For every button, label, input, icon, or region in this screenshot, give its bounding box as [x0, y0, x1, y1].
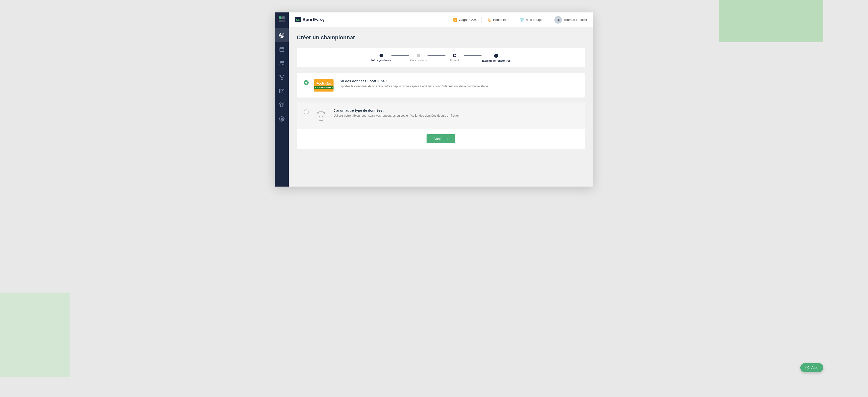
step-infos-generales: Infos générales — [371, 54, 392, 62]
option2-row[interactable]: J'ai un autre type de données : Utilisez… — [297, 102, 585, 129]
option1-content: J'ai des données FootClubs : Exportez le… — [339, 79, 489, 89]
logo-s: S — [296, 18, 298, 22]
svg-rect-7 — [280, 48, 284, 52]
teams-nav-item[interactable]: 👕 Mes équipes — [519, 18, 544, 22]
continue-button[interactable]: Continuer — [427, 134, 456, 143]
trophy-icon — [279, 74, 284, 80]
connector-2 — [428, 56, 446, 56]
sidebar-item-settings[interactable] — [275, 112, 289, 126]
svg-point-12 — [282, 61, 284, 63]
step-dot-infos — [379, 54, 383, 57]
svg-rect-3 — [282, 20, 285, 22]
deco-green-bottom — [0, 293, 70, 377]
step-dot-format — [453, 54, 456, 57]
earn-label: Gagnez 20€ — [459, 18, 476, 22]
footclubs-sub: Mon espace club.FR › — [314, 86, 334, 89]
svg-rect-0 — [279, 17, 282, 19]
help-icon — [805, 366, 809, 370]
logo-se: SE — [295, 17, 301, 22]
user-nav-item[interactable]: TL Thomas Léculier — [554, 16, 587, 24]
sidebar-item-shirt[interactable] — [275, 98, 289, 112]
coin-icon: € — [453, 18, 457, 22]
topbar-right: € Gagnez 20€ 🏷️ Bons plans 👕 Mes équipes… — [453, 16, 587, 24]
connector-1 — [392, 56, 410, 56]
option1-card: Footclubs Mon espace club.FR › J'ai des … — [297, 73, 585, 97]
avatar: TL — [554, 16, 562, 24]
sidebar-logo — [275, 12, 289, 26]
help-label: Aide — [811, 366, 818, 370]
step-label-tableau: Tableau de rencontres — [482, 59, 510, 62]
svg-point-19 — [318, 114, 318, 115]
svg-point-14 — [281, 118, 282, 120]
option1-title: J'ai des données FootClubs : — [339, 79, 489, 83]
content: Créer un championnat Infos générales Con… — [289, 27, 593, 187]
svg-rect-2 — [279, 20, 282, 22]
svg-point-11 — [281, 61, 282, 63]
steps-container: Infos générales Convocations Format — [371, 54, 510, 62]
sidebar — [275, 12, 289, 187]
option1-row[interactable]: Footclubs Mon espace club.FR › J'ai des … — [297, 73, 585, 97]
connector-3 — [464, 56, 482, 56]
calendar-icon — [279, 47, 284, 52]
option1-desc: Exportez le calendrier de vos rencontres… — [339, 84, 489, 89]
shirt-nav-icon: 👕 — [519, 18, 524, 22]
sidebar-item-trophy[interactable] — [275, 70, 289, 84]
app-wrapper: SE SportEasy € Gagnez 20€ 🏷️ Bons plans … — [275, 12, 593, 187]
earn-nav-item[interactable]: € Gagnez 20€ — [453, 18, 476, 22]
svg-point-6 — [281, 35, 282, 36]
svg-rect-1 — [282, 17, 285, 19]
footclubs-logo: Footclubs Mon espace club.FR › — [314, 79, 334, 92]
footclubs-foot: Footclubs — [316, 81, 331, 86]
sidebar-item-target[interactable] — [275, 28, 289, 42]
step-format: Format — [445, 54, 464, 62]
svg-point-17 — [319, 117, 319, 117]
step-tableau: Tableau de rencontres — [482, 54, 510, 62]
topbar-logo: SE SportEasy — [295, 17, 324, 22]
option2-desc: Utilisez notre tableur pour saisir vos r… — [334, 114, 460, 118]
user-label: Thomas Léculier — [563, 18, 587, 22]
option1-radio[interactable] — [304, 80, 309, 85]
page-title: Créer un championnat — [297, 34, 585, 41]
deco-green-top — [719, 0, 823, 42]
step-convocations: Convocations — [409, 54, 428, 62]
gift-icon: 🏷️ — [487, 18, 492, 22]
svg-point-20 — [324, 114, 324, 115]
sidebar-item-team[interactable] — [275, 56, 289, 70]
option2-radio[interactable] — [304, 110, 309, 115]
option2-card: J'ai un autre type de données : Utilisez… — [297, 102, 585, 149]
shirt-icon — [279, 102, 284, 108]
divider-1 — [482, 17, 482, 23]
brand-name: SportEasy — [303, 17, 324, 22]
option2-content: J'ai un autre type de données : Utilisez… — [334, 109, 460, 118]
team-icon — [279, 60, 284, 66]
step-dot-convocations — [417, 54, 420, 57]
svg-point-18 — [323, 117, 323, 117]
teams-label: Mes équipes — [526, 18, 544, 22]
data-trophy-icon — [315, 110, 327, 122]
help-button[interactable]: Aide — [800, 363, 823, 372]
sidebar-item-mail[interactable] — [275, 84, 289, 98]
sidebar-nav — [275, 28, 289, 126]
step-label-format: Format — [450, 59, 459, 62]
step-label-infos: Infos générales — [371, 59, 392, 62]
settings-icon — [279, 116, 284, 122]
logo-e: E — [298, 18, 300, 22]
target-icon — [279, 33, 284, 38]
mail-icon — [279, 88, 284, 94]
deals-nav-item[interactable]: 🏷️ Bons plans — [487, 18, 509, 22]
deals-label: Bons plans — [493, 18, 509, 22]
se-logo-icon — [278, 16, 285, 23]
step-label-convocations: Convocations — [410, 59, 427, 62]
stepper: Infos générales Convocations Format — [297, 48, 585, 67]
sidebar-item-calendar[interactable] — [275, 42, 289, 56]
topbar: SE SportEasy € Gagnez 20€ 🏷️ Bons plans … — [289, 12, 593, 27]
step-dot-tableau — [494, 54, 498, 58]
option2-title: J'ai un autre type de données : — [334, 109, 460, 113]
trophy-icon-wrap — [314, 109, 329, 123]
svg-point-5 — [281, 34, 283, 37]
main-area: SE SportEasy € Gagnez 20€ 🏷️ Bons plans … — [289, 12, 593, 187]
